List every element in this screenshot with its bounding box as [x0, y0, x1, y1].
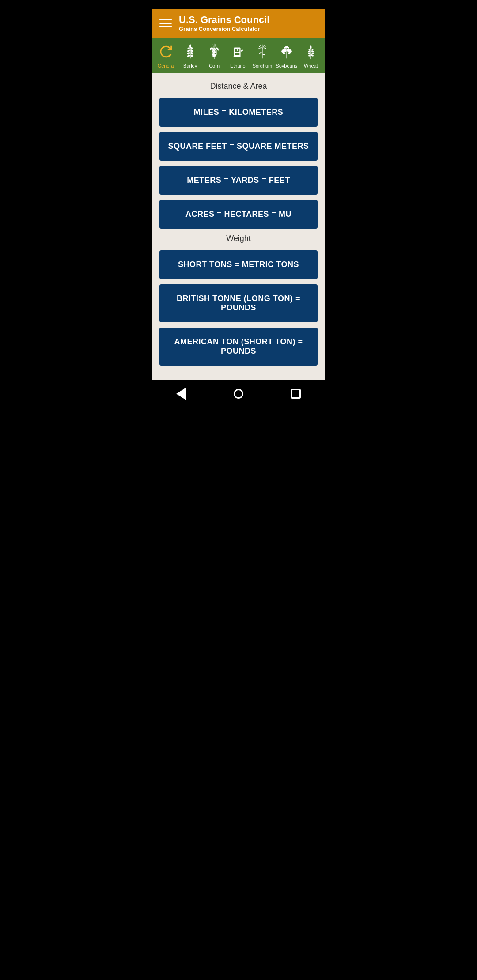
home-button[interactable] [225, 386, 252, 402]
svg-point-1 [187, 54, 190, 57]
svg-point-55 [311, 52, 314, 55]
svg-point-13 [213, 50, 214, 51]
recents-square-icon [291, 389, 301, 399]
main-content: Distance & Area MILES = KILOMETERS SQUAR… [152, 73, 325, 380]
nav-label-sorghum: Sorghum [253, 63, 273, 68]
svg-point-56 [307, 50, 310, 53]
nav-label-barley: Barley [183, 63, 197, 68]
meters-yards-feet-button[interactable]: METERS = YARDS = FEET [159, 166, 318, 195]
nav-label-corn: Corn [209, 63, 220, 68]
recents-button[interactable] [283, 386, 309, 402]
svg-point-21 [214, 53, 215, 54]
nav-bar: General Barley [152, 38, 325, 73]
app-subtitle: Grains Conversion Calculator [179, 26, 269, 32]
svg-point-54 [307, 52, 310, 55]
sqft-sqm-button[interactable]: SQUARE FEET = SQUARE METERS [159, 132, 318, 161]
british-tonne-pounds-button[interactable]: BRITISH TONNE (LONG TON) = POUNDS [159, 284, 318, 322]
svg-point-20 [213, 53, 214, 54]
svg-point-18 [215, 51, 216, 52]
distance-area-title: Distance & Area [159, 82, 318, 91]
miles-km-button[interactable]: MILES = KILOMETERS [159, 98, 318, 127]
short-metric-tons-button[interactable]: SHORT TONS = METRIC TONS [159, 250, 318, 279]
svg-point-15 [215, 50, 216, 51]
menu-button[interactable] [159, 19, 172, 27]
svg-point-57 [311, 50, 314, 53]
svg-point-40 [258, 48, 259, 49]
nav-label-ethanol: Ethanol [230, 63, 246, 68]
bottom-nav-bar [152, 380, 325, 408]
weight-title: Weight [159, 234, 318, 243]
svg-rect-27 [233, 57, 241, 57]
nav-item-sorghum[interactable]: Sorghum [252, 42, 273, 68]
nav-item-ethanol[interactable]: Ethanol [228, 42, 249, 68]
soybeans-icon [277, 42, 296, 61]
svg-point-32 [262, 45, 263, 45]
nav-item-wheat[interactable]: Wheat [300, 42, 322, 68]
svg-point-14 [214, 49, 215, 50]
svg-line-41 [262, 48, 265, 49]
svg-point-16 [212, 52, 213, 53]
acres-hectares-mu-button[interactable]: ACRES = HECTARES = MU [159, 200, 318, 229]
app-header: U.S. Grains Council Grains Conversion Ca… [152, 9, 325, 38]
svg-point-60 [310, 46, 311, 49]
barley-icon [181, 42, 200, 61]
nav-label-soybeans: Soybeans [276, 63, 297, 68]
svg-point-5 [187, 49, 190, 52]
svg-point-36 [259, 46, 260, 47]
svg-point-34 [264, 45, 265, 46]
svg-point-6 [190, 49, 193, 52]
svg-point-59 [311, 48, 314, 50]
svg-point-2 [190, 54, 193, 57]
svg-point-30 [260, 45, 261, 46]
general-icon [156, 42, 176, 61]
svg-point-22 [215, 53, 216, 54]
header-text: U.S. Grains Council Grains Conversion Ca… [179, 14, 269, 32]
corn-icon [204, 42, 224, 61]
svg-point-38 [265, 46, 265, 47]
nav-item-corn[interactable]: Corn [204, 42, 225, 68]
app-title: U.S. Grains Council [179, 14, 269, 26]
sorghum-icon [253, 42, 272, 61]
nav-label-wheat: Wheat [304, 63, 318, 68]
svg-point-19 [216, 52, 216, 53]
wheat-icon [301, 42, 321, 61]
svg-point-42 [265, 48, 266, 49]
nav-item-general[interactable]: General [155, 42, 177, 68]
svg-line-39 [259, 48, 262, 49]
home-circle-icon [234, 389, 243, 399]
nav-label-general: General [158, 63, 175, 68]
weight-section: Weight SHORT TONS = METRIC TONS BRITISH … [159, 234, 318, 366]
status-bar [152, 0, 325, 9]
ethanol-icon [229, 42, 248, 61]
svg-point-3 [187, 52, 190, 55]
american-ton-pounds-button[interactable]: AMERICAN TON (SHORT TON) = POUNDS [159, 328, 318, 366]
svg-point-58 [308, 48, 311, 50]
back-arrow-icon [176, 388, 186, 400]
nav-item-soybeans[interactable]: Soybeans [276, 42, 297, 68]
nav-item-barley[interactable]: Barley [180, 42, 201, 68]
svg-rect-26 [235, 53, 239, 55]
svg-point-4 [190, 52, 193, 55]
svg-point-9 [189, 45, 191, 48]
svg-point-17 [214, 51, 215, 52]
back-button[interactable] [168, 386, 194, 402]
